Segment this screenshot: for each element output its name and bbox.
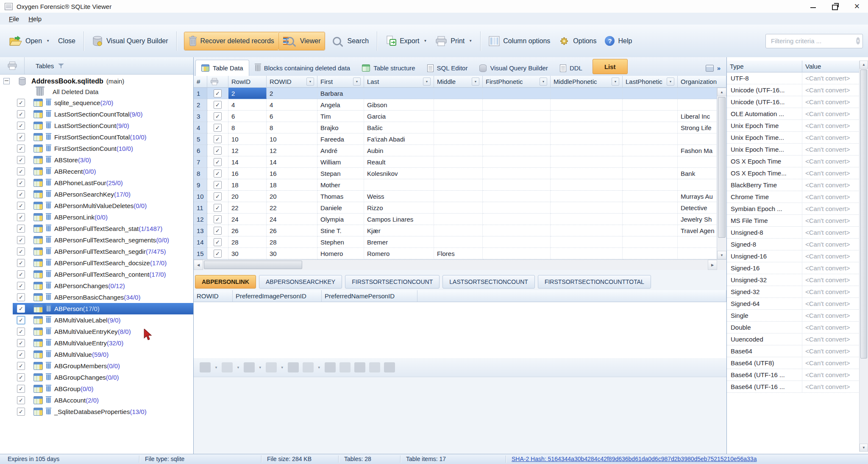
converter-row[interactable]: Signed-64 <Can't convert> [727,298,860,310]
scrollbar-thumb[interactable] [204,261,302,269]
cell-middlephonetic[interactable] [551,99,623,111]
tree-item-table[interactable]: ✓ ABMultiValue(59/0) [0,349,193,360]
table-row[interactable]: 8 ✓ 16 16 Stepan Kolesnikov Bank [194,168,717,179]
converter-row[interactable]: Unsigned-32 <Can't convert> [727,274,860,286]
recover-deleted-records-button[interactable]: Recover deleted records [184,32,278,50]
cell-first[interactable]: Stine T. [317,225,364,236]
cell-last[interactable]: Reault [364,156,434,168]
cell-lastphonetic[interactable] [623,88,678,99]
table-row[interactable]: 14 ✓ 28 28 Stephen Bremer [194,236,717,248]
cell-firstphonetic[interactable] [483,156,551,168]
cell-last[interactable]: Fa'izah Abadi [364,133,434,145]
tree-item-table[interactable]: ✓ ABPersonBasicChanges(34/0) [0,292,193,303]
cell-ROWID[interactable]: 18 [267,179,317,191]
cell-middlephonetic[interactable] [551,191,623,202]
table-row[interactable]: 15 ✓ 30 30 Homero Romero Flores [194,248,717,259]
row-checkbox[interactable]: ✓ [214,250,222,258]
cell-first[interactable]: Brajko [317,122,364,133]
cell-rowid[interactable]: 26 [228,225,267,236]
column-header-middlephonetic[interactable]: MiddlePhonetic▼ [551,76,623,88]
cell-firstphonetic[interactable] [483,133,551,145]
table-checkbox[interactable]: ✓ [17,293,25,301]
cell-rowid[interactable]: 10 [228,133,267,145]
cell-organization[interactable]: Murrays Au [678,191,717,202]
export-button[interactable]: Export ▼ [381,32,431,50]
filter-input[interactable] [770,37,856,45]
cell-lastphonetic[interactable] [623,202,678,214]
cell-last[interactable] [364,179,434,191]
cell-middle[interactable] [434,168,483,179]
table-row[interactable]: 7 ✓ 14 14 William Reault [194,156,717,168]
tree-item-table[interactable]: ✓ ABStore(3/0) [0,154,193,166]
tree-item-table[interactable]: ✓ LastSortSectionCountTotal(9/0) [0,108,193,120]
scroll-left-icon[interactable]: ◀ [194,260,203,270]
row-checkbox[interactable]: ✓ [214,112,222,120]
tree-item-table[interactable]: ✓ ABPersonSearchKey(17/0) [0,189,193,200]
cell-last[interactable]: Romero [364,248,434,259]
row-checkbox[interactable]: ✓ [214,124,222,132]
scroll-up-icon[interactable]: ▲ [860,61,868,69]
cell-middle[interactable] [434,214,483,225]
table-checkbox[interactable]: ✓ [17,339,25,347]
grid-horizontal-scrollbar[interactable]: ◀ ▶ [194,259,726,270]
scroll-right-icon[interactable]: ▶ [708,260,717,270]
cell-ROWID[interactable]: 12 [267,145,317,156]
cell-organization[interactable] [678,156,717,168]
converter-row[interactable]: Unix Epoch Time... <Can't convert> [727,132,860,144]
tree-item-table[interactable]: ✓ ABMultiValueEntry(32/0) [0,337,193,349]
cell-rowid[interactable]: 20 [228,191,267,202]
view-tab[interactable]: Table Data [195,60,249,76]
tree-item-table[interactable]: ✓ ABRecent(0/0) [0,166,193,177]
cell-ROWID[interactable]: 16 [267,168,317,179]
converter-row[interactable]: Base64 <Can't convert> [727,345,860,357]
cell-firstphonetic[interactable] [483,99,551,111]
cell-middle[interactable] [434,179,483,191]
table-row[interactable]: 5 ✓ 10 10 Fareeda Fa'izah Abadi [194,133,717,145]
cell-lastphonetic[interactable] [623,122,678,133]
tree-item-table[interactable]: ✓ ABGroupMembers(0/0) [0,360,193,372]
view-tab[interactable]: DDL [554,60,588,76]
cell-firstphonetic[interactable] [483,88,551,99]
cell-firstphonetic[interactable] [483,225,551,236]
converter-row[interactable]: Signed-16 <Can't convert> [727,262,860,274]
scroll-down-icon[interactable]: ▼ [717,251,726,259]
print-dropdown-icon[interactable]: ▼ [469,39,472,43]
tree-item-table[interactable]: ✓ ABPersonFullTextSearch_docsize(17/0) [0,257,193,269]
tree-root-database[interactable]: AddressBook.sqlitedb (main) [0,76,193,86]
table-checkbox[interactable]: ✓ [17,236,25,244]
converter-row[interactable]: Base64 (UTF-16 ... <Can't convert> [727,381,860,393]
cell-lastphonetic[interactable] [623,179,678,191]
column-header-preferrednamepersonid[interactable]: PreferredNamePersonID [322,290,417,302]
scroll-down-icon[interactable]: ▼ [860,444,868,452]
tree-item-table[interactable]: ✓ ABPhoneLastFour(25/0) [0,177,193,189]
filter-clear-icon[interactable]: ✕ [856,37,860,44]
table-row[interactable]: 13 ✓ 26 26 Stine T. Kjær Travel Agen [194,225,717,236]
cell-ROWID[interactable]: 8 [267,122,317,133]
cell-middle[interactable] [434,225,483,236]
column-filter-icon[interactable]: ▼ [540,78,547,86]
table-checkbox[interactable]: ✓ [17,156,25,164]
related-table-tab[interactable]: ABPERSONSEARCHKEY [259,275,342,289]
cell-last[interactable]: Garcia [364,111,434,122]
row-checkbox[interactable]: ✓ [214,147,222,155]
column-header-organization[interactable]: Organization [678,76,726,88]
converter-row[interactable]: Unicode (UTF-16... <Can't convert> [727,96,860,108]
table-checkbox[interactable]: ✓ [17,270,25,278]
tree-item-table[interactable]: ✓ FirstSortSectionCount(10/0) [0,143,193,154]
related-table-tab[interactable]: ABPERSONLINK [195,275,256,289]
row-checkbox[interactable]: ✓ [214,227,222,235]
cell-organization[interactable]: Strong Life [678,122,717,133]
table-checkbox[interactable]: ✓ [17,385,25,393]
cell-firstphonetic[interactable] [483,111,551,122]
list-button[interactable]: List [593,59,628,74]
row-checkbox[interactable]: ✓ [214,89,222,97]
column-options-button[interactable]: Column options [484,33,554,50]
column-filter-icon[interactable]: ▼ [612,78,619,86]
table-row[interactable]: 12 ✓ 24 24 Olympia Campos Linares Jewelr… [194,214,717,225]
column-filter-icon[interactable]: ▼ [353,78,361,86]
tree-item-table[interactable]: ✓ ABPersonMultiValueDeletes(0/0) [0,200,193,211]
table-row[interactable]: 4 ✓ 8 8 Brajko Bašic Strong Life [194,122,717,133]
cell-first[interactable]: Angela [317,99,364,111]
cell-last[interactable]: Bašic [364,122,434,133]
row-checkbox[interactable]: ✓ [214,192,222,200]
